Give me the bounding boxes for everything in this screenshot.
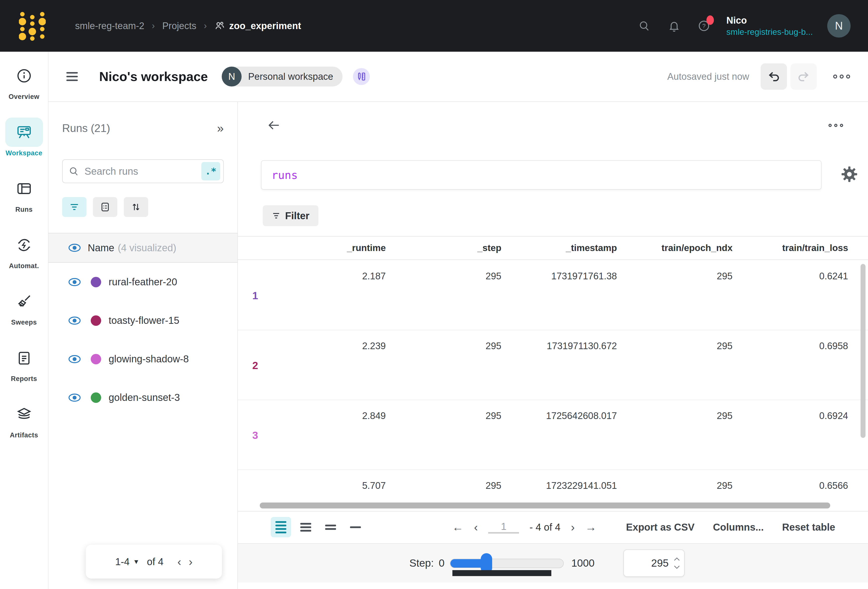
visibility-eye-icon[interactable] — [68, 316, 81, 325]
step-decrement-chevron[interactable] — [674, 565, 680, 569]
row-index[interactable]: 1 — [238, 260, 270, 302]
table-row[interactable]: 4 5.707 295 1723229141.051 295 0.6566 — [238, 470, 868, 500]
runs-sort-button[interactable] — [124, 197, 148, 217]
wandb-logo-icon[interactable] — [19, 11, 46, 41]
export-csv-button[interactable]: Export as CSV — [626, 522, 694, 533]
table-row[interactable]: 1 2.187 295 1731971761.38 295 0.6241 — [238, 260, 868, 330]
panel-overflow-menu[interactable] — [828, 124, 843, 127]
page-size-caret-icon[interactable]: ▼ — [133, 558, 139, 565]
runs-search-input[interactable] — [84, 166, 201, 177]
personal-workspace-badge[interactable]: N Personal workspace — [222, 66, 342, 87]
workspace-overflow-menu[interactable] — [833, 75, 850, 78]
last-page-button[interactable]: → — [585, 521, 596, 533]
runs-list-header[interactable]: Name (4 visualized) — [49, 233, 238, 263]
run-color-dot — [91, 315, 101, 326]
pencil-ruler-icon — [356, 72, 366, 81]
avatar[interactable]: N — [827, 14, 850, 37]
runs-display-options-button[interactable] — [93, 197, 117, 217]
column-header[interactable]: _timestamp — [501, 243, 617, 253]
visibility-eye-icon[interactable] — [68, 393, 81, 402]
page-number-input[interactable] — [488, 521, 519, 532]
step-increment-chevron[interactable] — [674, 557, 680, 561]
cell-train-loss: 0.6566 — [732, 470, 848, 500]
cell-timestamp: 1731971761.38 — [501, 260, 617, 302]
visibility-eye-icon[interactable] — [68, 244, 81, 252]
sidebar-item-overview[interactable]: Overview — [0, 61, 48, 100]
workspace-title: Nico's workspace — [99, 69, 208, 84]
sidebar-item-reports[interactable]: Reports — [0, 343, 48, 383]
table-row[interactable]: 2 2.239 295 1731971130.672 295 0.6958 — [238, 330, 868, 400]
user-org-link[interactable]: smle-registries-bug-b... — [726, 27, 813, 37]
step-value-field[interactable] — [623, 549, 685, 577]
next-page-button[interactable]: › — [571, 521, 575, 533]
column-header[interactable]: train/epoch_ndx — [617, 243, 732, 253]
step-slider-bar: Step: 0 1000 — [238, 543, 868, 583]
prev-page-button[interactable]: ‹ — [474, 521, 478, 533]
breadcrumb-team[interactable]: smle-reg-team-2 — [75, 21, 145, 31]
run-row-rural-feather-20[interactable]: rural-feather-20 — [49, 263, 238, 301]
reset-table-button[interactable]: Reset table — [782, 522, 835, 533]
visibility-eye-icon[interactable] — [68, 278, 81, 286]
runs-page-range[interactable]: 1-4 — [115, 556, 130, 567]
regex-toggle-button[interactable]: .* — [201, 162, 220, 180]
row-height-medium-button[interactable] — [295, 517, 316, 537]
help-button[interactable]: ? — [698, 20, 710, 32]
sidebar-item-sweeps[interactable]: Sweeps — [0, 287, 48, 326]
customize-workspace-button[interactable] — [353, 68, 370, 85]
workspace-menu-button[interactable] — [66, 72, 78, 81]
breadcrumb-project-current[interactable]: zoo_experiment — [214, 21, 301, 31]
run-color-dot — [91, 393, 101, 403]
sidebar-item-runs[interactable]: Runs — [0, 174, 48, 214]
sidebar-item-automations[interactable]: Automat. — [0, 230, 48, 270]
step-value-input[interactable] — [639, 557, 669, 569]
row-height-1-line-icon — [350, 526, 361, 528]
project-sidebar: Overview Workspace Runs Automat. — [0, 52, 49, 589]
visibility-eye-icon[interactable] — [68, 355, 81, 363]
horizontal-scrollbar[interactable] — [260, 502, 830, 508]
undo-button[interactable] — [760, 63, 787, 90]
page-number-field[interactable] — [488, 521, 519, 534]
global-search-button[interactable] — [638, 20, 650, 32]
breadcrumb-projects[interactable]: Projects — [162, 21, 196, 31]
sidebar-item-workspace[interactable]: Workspace — [0, 118, 48, 157]
bell-icon — [668, 20, 680, 32]
runs-search-box[interactable]: .* — [62, 159, 224, 183]
runs-visualized-count: (4 visualized) — [118, 242, 177, 254]
run-row-glowing-shadow-8[interactable]: glowing-shadow-8 — [49, 340, 238, 378]
run-row-toasty-flower-15[interactable]: toasty-flower-15 — [49, 301, 238, 340]
row-height-large-button[interactable] — [320, 517, 341, 537]
sidebar-label: Sweeps — [11, 319, 37, 326]
row-index[interactable]: 2 — [238, 330, 270, 372]
sidebar-item-artifacts[interactable]: Artifacts — [0, 400, 48, 439]
panel-query-input[interactable] — [272, 169, 821, 182]
panel-settings-gear-button[interactable] — [841, 166, 858, 182]
column-header[interactable]: _runtime — [270, 243, 386, 253]
back-arrow-button[interactable] — [267, 118, 281, 132]
panel-query-box[interactable] — [261, 160, 822, 190]
column-header[interactable]: train/train_loss — [732, 243, 848, 253]
runs-prev-page-button[interactable]: ‹ — [177, 555, 181, 568]
user-menu[interactable]: Nico smle-registries-bug-b... — [726, 15, 813, 37]
team-icon — [214, 21, 225, 31]
vertical-scrollbar[interactable] — [861, 264, 865, 438]
table-filter-button[interactable]: Filter — [263, 205, 319, 226]
slider-track[interactable] — [450, 559, 564, 568]
row-height-xlarge-button[interactable] — [345, 517, 366, 537]
first-page-button[interactable]: ← — [452, 521, 464, 533]
row-height-small-button[interactable] — [271, 517, 291, 537]
step-slider[interactable] — [450, 553, 564, 574]
step-label: Step: — [409, 557, 434, 569]
column-header[interactable]: _step — [386, 243, 501, 253]
runs-filter-button[interactable] — [62, 197, 87, 217]
sidebar-label: Overview — [9, 93, 39, 100]
row-index[interactable]: 3 — [238, 400, 270, 441]
runs-next-page-button[interactable]: › — [189, 555, 192, 568]
redo-button[interactable] — [790, 63, 817, 90]
collapse-panel-button[interactable]: » — [217, 121, 224, 135]
run-row-golden-sunset-3[interactable]: golden-sunset-3 — [49, 378, 238, 417]
runs-panel-title: Runs (21) — [62, 122, 110, 134]
columns-button[interactable]: Columns... — [713, 522, 763, 533]
table-row[interactable]: 3 2.849 295 1725642608.017 295 0.6924 — [238, 400, 868, 470]
notifications-button[interactable] — [668, 20, 680, 32]
breadcrumb-project-label: zoo_experiment — [229, 21, 301, 31]
